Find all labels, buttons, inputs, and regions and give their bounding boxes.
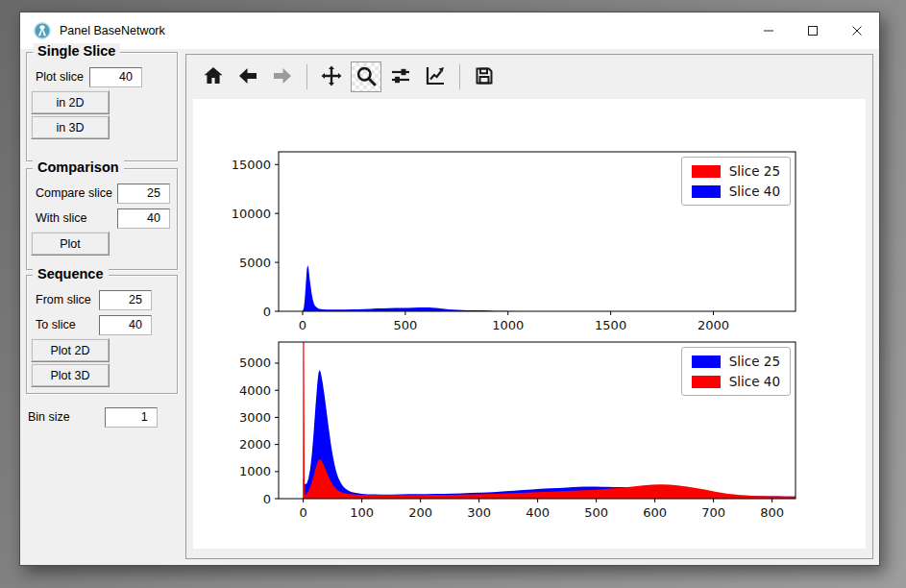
window-title: Panel BaseNetwork [60, 24, 165, 37]
sidebar: Single Slice Plot slice in 2D in 3D Comp… [26, 49, 178, 429]
legend-swatch-red [692, 165, 721, 178]
legend-swatch-red [692, 376, 721, 388]
legend-entry: Slice 40 [692, 184, 780, 199]
figure-canvas[interactable]: 0500100015002000050001000015000010020030… [193, 99, 866, 549]
plot-2d-button[interactable]: Plot 2D [31, 338, 110, 362]
forward-arrow-icon [271, 64, 294, 90]
svg-text:0: 0 [263, 492, 271, 506]
svg-text:700: 700 [701, 505, 725, 520]
plot-comparison-button[interactable]: Plot [31, 232, 110, 256]
toolbar-separator [459, 64, 460, 89]
maximize-button[interactable] [791, 12, 835, 49]
line-chart-icon [424, 64, 447, 90]
group-comparison: Comparison Compare slice With slice Plot [26, 168, 178, 270]
bin-size-input[interactable] [105, 407, 158, 428]
to-slice-input[interactable] [99, 315, 152, 335]
pan-arrows-icon [320, 64, 343, 90]
legend-label: Slice 40 [729, 374, 780, 389]
svg-text:600: 600 [643, 505, 667, 520]
configure-subplots-button[interactable] [385, 61, 416, 92]
legend-entry: Slice 40 [692, 374, 780, 389]
forward-button[interactable] [267, 61, 298, 92]
in-3d-button[interactable]: in 3D [31, 115, 110, 139]
minimize-button[interactable] [747, 12, 791, 49]
with-slice-label: With slice [36, 211, 86, 225]
svg-text:0: 0 [299, 505, 306, 520]
legend-swatch-blue [692, 185, 721, 198]
client-area: Single Slice Plot slice in 2D in 3D Comp… [20, 49, 879, 565]
svg-text:0: 0 [263, 305, 271, 319]
compare-slice-input[interactable] [117, 184, 170, 204]
with-slice-row: With slice [31, 206, 173, 231]
bin-size-row: Bin size [26, 405, 178, 429]
svg-text:10000: 10000 [232, 207, 271, 221]
svg-text:1500: 1500 [595, 318, 626, 332]
close-button[interactable] [835, 12, 879, 49]
back-arrow-icon [236, 64, 259, 90]
compare-slice-label: Compare slice [36, 186, 112, 200]
edit-axes-button[interactable] [420, 61, 451, 92]
legend-bottom-chart: Slice 25 Slice 40 [681, 347, 791, 396]
home-button[interactable] [198, 61, 229, 92]
svg-text:500: 500 [393, 318, 417, 332]
svg-text:800: 800 [760, 505, 784, 520]
svg-text:5000: 5000 [239, 256, 271, 270]
zoom-button[interactable] [351, 61, 381, 92]
save-button[interactable] [469, 61, 500, 92]
legend-swatch-blue [692, 355, 721, 368]
back-button[interactable] [233, 61, 263, 92]
svg-text:200: 200 [408, 505, 432, 520]
svg-text:300: 300 [467, 505, 491, 520]
plot-slice-input[interactable] [89, 67, 142, 87]
from-slice-label: From slice [36, 293, 91, 306]
plot-panel: 0500100015002000050001000015000010020030… [185, 54, 873, 559]
matplotlib-toolbar [186, 55, 872, 99]
bin-size-label: Bin size [28, 410, 70, 424]
svg-text:5000: 5000 [239, 355, 271, 370]
compare-slice-row: Compare slice [31, 181, 173, 206]
legend-top-chart: Slice 25 Slice 40 [681, 157, 791, 206]
with-slice-input[interactable] [117, 208, 170, 229]
legend-label: Slice 25 [729, 163, 780, 179]
plot-slice-label: Plot slice [36, 70, 84, 84]
from-slice-row: From slice [31, 287, 173, 312]
group-title-single-slice: Single Slice [33, 43, 120, 59]
window-controls [747, 12, 879, 49]
pan-button[interactable] [316, 61, 347, 92]
svg-text:1000: 1000 [239, 464, 271, 478]
legend-entry: Slice 25 [692, 163, 780, 179]
to-slice-label: To slice [36, 318, 76, 331]
home-icon [202, 64, 225, 90]
svg-text:3000: 3000 [239, 410, 271, 425]
plot-3d-button[interactable]: Plot 3D [31, 363, 110, 387]
group-title-sequence: Sequence [33, 266, 109, 282]
svg-text:500: 500 [584, 505, 608, 520]
svg-text:100: 100 [350, 505, 374, 520]
group-single-slice: Single Slice Plot slice in 2D in 3D [26, 52, 178, 161]
svg-text:0: 0 [299, 318, 306, 332]
legend-label: Slice 40 [729, 184, 780, 199]
tk-feather-app-icon [34, 22, 51, 39]
svg-text:400: 400 [526, 505, 550, 520]
toolbar-separator [306, 64, 307, 89]
legend-entry: Slice 25 [692, 354, 780, 369]
from-slice-input[interactable] [99, 290, 152, 310]
svg-text:2000: 2000 [698, 318, 729, 332]
save-floppy-icon [473, 64, 496, 90]
sliders-icon [389, 64, 412, 90]
group-title-comparison: Comparison [33, 159, 124, 175]
in-2d-button[interactable]: in 2D [31, 90, 110, 114]
app-window: Panel BaseNetwork Single Slice Plot slic… [19, 12, 880, 566]
zoom-magnifier-icon [355, 64, 378, 90]
legend-label: Slice 25 [729, 354, 780, 369]
group-sequence: Sequence From slice To slice Plot 2D Plo… [26, 275, 178, 394]
svg-text:1000: 1000 [492, 318, 524, 332]
svg-text:2000: 2000 [239, 437, 271, 452]
titlebar[interactable]: Panel BaseNetwork [20, 12, 879, 49]
svg-text:15000: 15000 [232, 158, 271, 172]
plot-slice-row: Plot slice [31, 64, 173, 89]
svg-text:4000: 4000 [239, 383, 271, 398]
to-slice-row: To slice [31, 312, 173, 337]
